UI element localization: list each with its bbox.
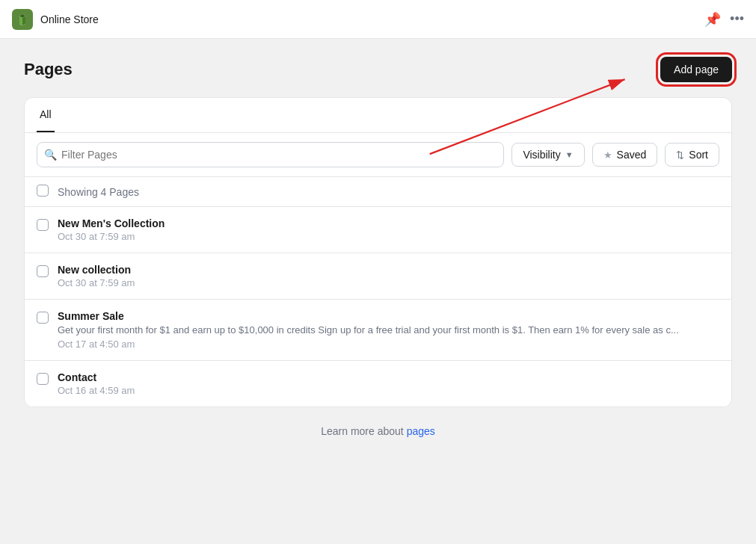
row-content-2: Summer Sale Get your first month for $1 … <box>58 310 719 350</box>
table-row[interactable]: New collection Oct 30 at 7:59 am <box>25 253 731 300</box>
showing-count-label: Showing 4 Pages <box>58 186 139 198</box>
more-options-icon[interactable]: ••• <box>730 11 744 27</box>
tab-all[interactable]: All <box>37 98 55 132</box>
row-date-0: Oct 30 at 7:59 am <box>58 231 719 242</box>
footer: Learn more about pages <box>24 407 732 455</box>
row-date-1: Oct 30 at 7:59 am <box>58 277 719 288</box>
select-all-checkbox-wrap <box>37 185 49 199</box>
row-checkbox-wrap-1 <box>37 265 49 279</box>
row-title-3: Contact <box>58 371 719 383</box>
app-name-label: Online Store <box>40 13 99 25</box>
page-title: Pages <box>24 60 73 79</box>
sort-button[interactable]: ⇅ Sort <box>665 143 719 167</box>
footer-text: Learn more about <box>321 425 406 437</box>
app-logo <box>12 9 33 30</box>
star-icon: ★ <box>603 149 612 161</box>
row-checkbox-wrap-3 <box>37 373 49 387</box>
visibility-label: Visibility <box>523 149 560 161</box>
row-content-1: New collection Oct 30 at 7:59 am <box>58 264 719 288</box>
sort-label: Sort <box>689 149 708 161</box>
select-all-checkbox[interactable] <box>37 185 49 197</box>
topbar-right: 📌 ••• <box>704 11 744 28</box>
pages-card: All 🔍 Visibility ▼ ★ Saved ⇅ Sort <box>24 97 732 407</box>
row-checkbox-3[interactable] <box>37 373 49 385</box>
row-title-0: New Men's Collection <box>58 217 719 229</box>
row-date-3: Oct 16 at 4:59 am <box>58 385 719 396</box>
row-checkbox-0[interactable] <box>37 219 49 231</box>
row-checkbox-wrap-2 <box>37 312 49 326</box>
sort-icon: ⇅ <box>676 149 684 161</box>
row-desc-2: Get your first month for $1 and earn up … <box>58 324 719 337</box>
saved-label: Saved <box>617 149 647 161</box>
tabs-bar: All <box>25 98 731 133</box>
table-row[interactable]: Summer Sale Get your first month for $1 … <box>25 300 731 361</box>
row-title-1: New collection <box>58 264 719 276</box>
row-content-3: Contact Oct 16 at 4:59 am <box>58 371 719 396</box>
search-wrap: 🔍 <box>37 142 504 167</box>
topbar: Online Store 📌 ••• <box>0 0 756 39</box>
search-input[interactable] <box>37 142 504 167</box>
table-row[interactable]: Contact Oct 16 at 4:59 am <box>25 361 731 407</box>
chevron-down-icon: ▼ <box>565 150 574 159</box>
row-content-0: New Men's Collection Oct 30 at 7:59 am <box>58 217 719 242</box>
row-checkbox-2[interactable] <box>37 312 49 324</box>
table-header: Showing 4 Pages <box>25 177 731 207</box>
row-checkbox-1[interactable] <box>37 265 49 277</box>
search-icon: 🔍 <box>44 149 57 161</box>
page-container: Pages Add page All 🔍 Visibility ▼ ★ <box>0 39 756 473</box>
add-page-button[interactable]: Add page <box>660 57 732 82</box>
saved-button[interactable]: ★ Saved <box>592 143 658 167</box>
table-row[interactable]: New Men's Collection Oct 30 at 7:59 am <box>25 207 731 253</box>
row-title-2: Summer Sale <box>58 310 719 322</box>
row-date-2: Oct 17 at 4:50 am <box>58 339 719 350</box>
topbar-left: Online Store <box>12 9 99 30</box>
visibility-filter-button[interactable]: Visibility ▼ <box>511 143 584 167</box>
toolbar: 🔍 Visibility ▼ ★ Saved ⇅ Sort <box>25 133 731 177</box>
footer-link[interactable]: pages <box>407 425 435 437</box>
pin-icon[interactable]: 📌 <box>704 11 721 28</box>
row-checkbox-wrap-0 <box>37 219 49 233</box>
page-header: Pages Add page <box>24 57 732 82</box>
